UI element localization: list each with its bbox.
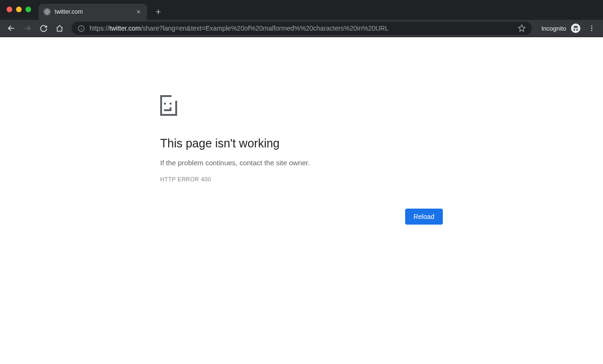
menu-button[interactable] [585, 22, 598, 35]
error-container: This page isn't working If the problem c… [160, 95, 443, 364]
toolbar: https://twitter.com/share?lang=en&text=E… [0, 20, 603, 37]
svg-point-2 [591, 25, 592, 26]
error-title: This page isn't working [160, 137, 443, 150]
svg-rect-6 [170, 103, 171, 105]
svg-point-3 [591, 28, 592, 29]
reload-nav-button[interactable] [37, 22, 50, 35]
page-content: This page isn't working If the problem c… [0, 37, 603, 364]
forward-button [21, 22, 34, 35]
window-maximize[interactable] [25, 7, 31, 12]
window-minimize[interactable] [16, 7, 22, 12]
tab-bar: twitter.com [0, 0, 603, 20]
incognito-icon[interactable] [571, 24, 580, 33]
window-controls [7, 7, 31, 12]
toolbar-right: Incognito [541, 22, 598, 35]
svg-rect-5 [164, 103, 166, 105]
bookmark-icon[interactable] [518, 24, 526, 32]
tab-title: twitter.com [55, 8, 131, 15]
error-message: If the problem continues, contact the si… [160, 159, 443, 167]
svg-rect-7 [164, 109, 171, 111]
incognito-label: Incognito [541, 25, 566, 32]
url-text: https://twitter.com/share?lang=en&text=E… [90, 24, 513, 32]
svg-rect-8 [170, 107, 171, 109]
url-host: twitter.com [109, 24, 141, 32]
svg-point-4 [591, 30, 592, 31]
reload-button[interactable]: Reload [405, 209, 443, 225]
site-info-icon[interactable] [77, 24, 85, 32]
globe-icon [43, 8, 51, 16]
close-icon[interactable] [135, 8, 142, 16]
browser-tab[interactable]: twitter.com [39, 4, 147, 20]
home-button[interactable] [53, 22, 66, 35]
url-path: /share?lang=en&text=Example%20of%20malfo… [141, 24, 389, 32]
url-scheme: https:// [90, 24, 109, 32]
error-code: HTTP ERROR 400 [160, 176, 443, 183]
window-close[interactable] [7, 7, 12, 12]
new-tab-button[interactable] [152, 5, 165, 18]
back-button[interactable] [5, 22, 18, 35]
address-bar[interactable]: https://twitter.com/share?lang=en&text=E… [72, 22, 532, 35]
sad-document-icon [160, 95, 177, 116]
